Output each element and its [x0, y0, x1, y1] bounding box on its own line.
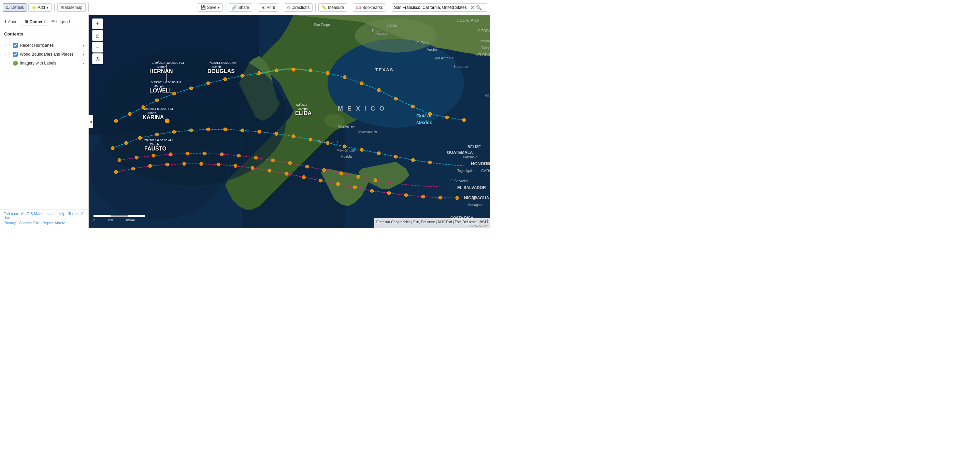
tab-about[interactable]: ℹ About	[2, 18, 21, 26]
search-box[interactable]: ✕ 🔍	[392, 3, 487, 11]
svg-point-80	[135, 156, 138, 159]
divider-8	[389, 3, 389, 12]
layer-drag-handle[interactable]: ⋮⋮	[4, 44, 11, 48]
print-button[interactable]: 🖨 Print	[258, 3, 278, 11]
svg-point-46	[258, 130, 261, 134]
svg-text:Houston: Houston	[454, 64, 468, 69]
contact-link[interactable]: Contact Esri	[19, 221, 39, 225]
layer-drag-handle-2[interactable]: ⋮⋮	[4, 53, 11, 56]
layer-arrow-hurricanes[interactable]: ▾	[83, 44, 84, 48]
report-link[interactable]: Report Abuse	[42, 221, 65, 225]
zoom-out-button[interactable]: −	[92, 41, 103, 53]
zoom-in-button[interactable]: +	[92, 18, 103, 29]
svg-point-28	[326, 71, 329, 75]
svg-text:M E X I C O: M E X I C O	[338, 105, 386, 112]
svg-text:Tegucigalpa: Tegucigalpa	[457, 169, 476, 173]
tab-content[interactable]: ⊞ Content	[22, 18, 48, 26]
svg-text:7/2/2014: 7/2/2014	[296, 103, 307, 107]
layer-checkbox-boundaries[interactable]	[13, 52, 18, 57]
svg-point-25	[275, 69, 278, 72]
map-area[interactable]: TEXAS Dallas El Paso Houston San Antonio…	[89, 15, 490, 228]
save-dropdown-icon: ▾	[218, 5, 220, 10]
svg-text:Orlando: Orlando	[478, 39, 490, 43]
layer-globe-icon	[13, 61, 18, 65]
svg-point-86	[237, 154, 240, 157]
share-button[interactable]: 🔗 Share	[229, 3, 252, 11]
svg-point-83	[186, 152, 189, 155]
svg-text:Dallas: Dallas	[386, 23, 397, 28]
svg-text:El Salvador: El Salvador	[450, 179, 468, 183]
svg-point-30	[360, 81, 363, 85]
svg-point-32	[394, 97, 398, 100]
layer-item-hurricanes[interactable]: ⋮⋮ Recent Hurricanes ▾	[4, 42, 84, 48]
svg-point-15	[114, 119, 118, 123]
measure-button[interactable]: 📏 Measure	[318, 3, 347, 11]
svg-point-44	[223, 128, 227, 131]
esri-com-link[interactable]: Esri.com	[3, 212, 18, 216]
svg-point-36	[462, 118, 466, 122]
save-button[interactable]: 💾 Save ▾	[197, 3, 223, 11]
home-button[interactable]: ⌂	[92, 30, 103, 41]
svg-text:Managua: Managua	[468, 203, 482, 207]
svg-point-31	[377, 88, 380, 92]
svg-text:GEORGIA: GEORGIA	[478, 29, 490, 33]
layer-item-boundaries[interactable]: ⋮⋮ World Boundaries and Places ▾	[4, 51, 84, 57]
svg-point-53	[377, 151, 380, 155]
divider-7	[350, 3, 350, 12]
marketplace-link[interactable]: ArcGIS Marketplace	[21, 212, 54, 216]
svg-point-40	[155, 133, 159, 136]
sidebar-toggle[interactable]: ◀	[88, 115, 93, 128]
layer-drag-handle-3[interactable]: ⋮⋮	[4, 61, 11, 65]
basemap-button[interactable]: ⊞ Basemap	[57, 3, 86, 11]
svg-point-37	[111, 147, 114, 150]
details-button[interactable]: 🗂 Details	[3, 3, 27, 11]
share-icon: 🔗	[232, 5, 237, 10]
divider-6	[315, 3, 316, 12]
svg-point-52	[360, 148, 363, 151]
svg-point-91	[323, 168, 326, 172]
svg-point-76	[439, 196, 442, 199]
svg-point-75	[422, 195, 425, 198]
search-clear-icon[interactable]: ✕	[471, 5, 475, 10]
main-content: ℹ About ⊞ Content ☰ Legend ◀ Contents ⋮⋮…	[0, 15, 490, 228]
layer-checkbox-hurricanes[interactable]	[13, 43, 18, 48]
svg-rect-151	[94, 215, 111, 217]
help-link[interactable]: Help	[58, 212, 65, 216]
svg-point-20	[189, 87, 193, 90]
svg-text:LOUISIANA: LOUISIANA	[457, 18, 479, 23]
svg-text:Tampa: Tampa	[481, 46, 490, 50]
layer-arrow-boundaries[interactable]: ▾	[83, 53, 84, 56]
directions-button[interactable]: ◇ Directions	[284, 3, 313, 11]
divider-3	[226, 3, 226, 12]
svg-point-47	[275, 132, 278, 136]
map-attribution: Earthstar Geographics | Esri, DeLorme | …	[374, 218, 490, 228]
svg-point-45	[240, 129, 244, 132]
svg-point-18	[155, 99, 159, 102]
svg-point-59	[148, 164, 152, 167]
sidebar-footer: Esri.com ArcGIS Marketplace Help Terms o…	[0, 209, 88, 228]
add-button[interactable]: ⭐ Add ▾	[28, 3, 51, 11]
svg-text:7/5/2014 6:00:00 AM: 7/5/2014 6:00:00 AM	[208, 61, 237, 64]
svg-text:Mexico City: Mexico City	[336, 148, 356, 152]
svg-point-57	[114, 170, 118, 174]
svg-text:Havana: Havana	[375, 32, 387, 35]
bookmarks-button[interactable]: 📖 Bookmarks	[353, 3, 386, 11]
measure-icon: 📏	[321, 5, 326, 10]
svg-point-64	[234, 164, 237, 167]
svg-point-82	[169, 153, 172, 156]
layer-arrow-imagery[interactable]: ▾	[83, 61, 84, 65]
footer-line-2: Privacy Contact Esri Report Abuse	[3, 221, 85, 225]
privacy-link[interactable]: Privacy	[3, 221, 16, 225]
locate-button[interactable]: ◎	[92, 53, 103, 64]
search-input[interactable]	[394, 5, 469, 10]
layer-item-imagery[interactable]: ⋮⋮ Imagery with Labels ▾	[4, 60, 84, 66]
svg-point-33	[411, 105, 415, 108]
svg-point-55	[411, 158, 415, 162]
tab-legend[interactable]: ☰ Legend	[48, 18, 73, 26]
svg-text:200: 200	[108, 218, 113, 222]
svg-point-62	[200, 162, 203, 166]
divider-5	[281, 3, 281, 12]
search-go-icon[interactable]: 🔍	[476, 5, 482, 10]
svg-point-85	[220, 153, 223, 156]
svg-text:DOUGLAS: DOUGLAS	[207, 68, 235, 74]
